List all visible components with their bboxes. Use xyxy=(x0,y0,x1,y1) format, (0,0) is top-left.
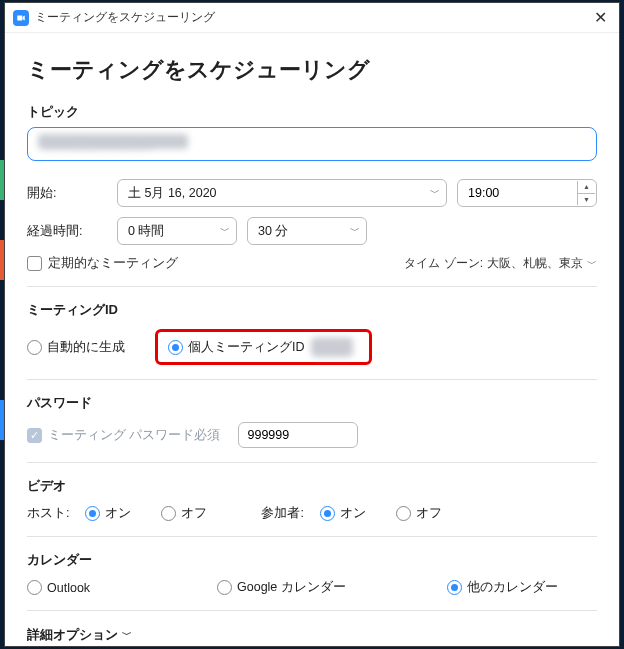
meeting-id-auto-radio[interactable]: 自動的に生成 xyxy=(27,339,125,356)
video-host-label: ホスト: xyxy=(27,505,69,522)
checkbox-checked-icon: ✓ xyxy=(27,428,42,443)
video-label: ビデオ xyxy=(27,477,597,495)
password-required-checkbox[interactable]: ✓ ミーティング パスワード必須 xyxy=(27,427,220,444)
close-icon[interactable]: ✕ xyxy=(590,8,611,27)
duration-label: 経過時間: xyxy=(27,223,107,240)
duration-minutes-value: 30 分 xyxy=(258,223,288,240)
checkbox-icon xyxy=(27,256,42,271)
titlebar: ミーティングをスケジューリング ✕ xyxy=(5,3,619,33)
duration-hours-value: 0 時間 xyxy=(128,223,164,240)
video-participant-label: 参加者: xyxy=(261,505,303,522)
time-down-icon[interactable]: ▼ xyxy=(578,194,595,206)
radio-icon xyxy=(85,506,100,521)
time-up-icon[interactable]: ▲ xyxy=(578,181,595,194)
app-icon xyxy=(13,10,29,26)
video-host-off-radio[interactable]: オフ xyxy=(161,505,207,522)
advanced-options-toggle[interactable]: 詳細オプション ﹀ xyxy=(27,626,132,644)
calendar-label: カレンダー xyxy=(27,551,597,569)
calendar-other-radio[interactable]: 他のカレンダー xyxy=(447,579,558,596)
radio-icon xyxy=(27,580,42,595)
start-date-value: 土 5月 16, 2020 xyxy=(128,185,217,202)
topic-label: トピック xyxy=(27,103,597,121)
calendar-outlook-radio[interactable]: Outlook xyxy=(27,580,197,595)
start-label: 開始: xyxy=(27,185,107,202)
topic-value: ████████████ xyxy=(38,134,188,149)
calendar-google-radio[interactable]: Google カレンダー xyxy=(217,579,427,596)
video-participant-on-radio[interactable]: オン xyxy=(320,505,366,522)
topic-input[interactable]: ████████████ xyxy=(27,127,597,161)
radio-icon xyxy=(168,340,183,355)
highlight-annotation: 個人ミーティングID ███ xyxy=(155,329,372,365)
chevron-down-icon: ﹀ xyxy=(587,257,597,271)
page-title: ミーティングをスケジューリング xyxy=(27,55,597,85)
start-date-combo[interactable]: 土 5月 16, 2020 ﹀ xyxy=(117,179,447,207)
radio-icon xyxy=(217,580,232,595)
radio-icon xyxy=(27,340,42,355)
chevron-down-icon: ﹀ xyxy=(430,186,440,200)
start-time-spin[interactable]: 19:00 ▲ ▼ xyxy=(457,179,597,207)
password-input[interactable] xyxy=(238,422,358,448)
password-required-label: ミーティング パスワード必須 xyxy=(48,427,220,444)
window-title: ミーティングをスケジューリング xyxy=(35,9,215,26)
advanced-label: 詳細オプション xyxy=(27,626,118,644)
schedule-dialog: ミーティングをスケジューリング ✕ ミーティングをスケジューリング トピック █… xyxy=(4,2,620,647)
radio-icon xyxy=(320,506,335,521)
video-host-on-radio[interactable]: オン xyxy=(85,505,131,522)
chevron-down-icon: ﹀ xyxy=(220,224,230,238)
chevron-down-icon: ﹀ xyxy=(350,224,360,238)
timezone-select[interactable]: タイム ゾーン: 大阪、札幌、東京 ﹀ xyxy=(404,255,597,272)
video-participant-off-radio[interactable]: オフ xyxy=(396,505,442,522)
duration-hours-combo[interactable]: 0 時間 ﹀ xyxy=(117,217,237,245)
meeting-id-label: ミーティングID xyxy=(27,301,597,319)
chevron-down-icon: ﹀ xyxy=(122,628,132,642)
personal-id-value: ███ xyxy=(311,338,353,356)
start-time-value: 19:00 xyxy=(468,186,499,200)
radio-icon xyxy=(161,506,176,521)
password-label: パスワード xyxy=(27,394,597,412)
duration-minutes-combo[interactable]: 30 分 ﹀ xyxy=(247,217,367,245)
timezone-value: 大阪、札幌、東京 xyxy=(487,255,583,272)
recurring-label: 定期的なミーティング xyxy=(48,255,178,272)
timezone-label: タイム ゾーン: xyxy=(404,255,483,272)
meeting-id-personal-label: 個人ミーティングID xyxy=(188,339,305,356)
recurring-checkbox[interactable]: 定期的なミーティング xyxy=(27,255,178,272)
radio-icon xyxy=(447,580,462,595)
meeting-id-personal-radio[interactable]: 個人ミーティングID xyxy=(168,339,305,356)
meeting-id-auto-label: 自動的に生成 xyxy=(47,339,125,356)
radio-icon xyxy=(396,506,411,521)
